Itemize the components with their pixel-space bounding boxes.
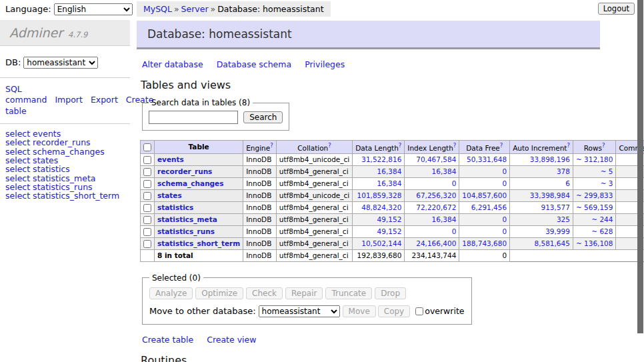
rows-estimate-link[interactable]: ~ 5	[601, 167, 613, 175]
row-checkbox[interactable]	[143, 192, 151, 200]
sidebar-action-export[interactable]: Export	[91, 95, 118, 105]
auto-increment-link[interactable]: 325	[557, 215, 570, 223]
optimize-button[interactable]: Optimize	[195, 287, 243, 299]
auto-increment-link[interactable]: 913,577	[541, 203, 570, 211]
breadcrumb-mysql-link[interactable]: MySQL	[143, 4, 172, 14]
auto-increment-link[interactable]: 378	[557, 167, 570, 175]
row-checkbox[interactable]	[143, 156, 151, 164]
auto-increment-link[interactable]: 39,999	[545, 227, 570, 235]
row-checkbox[interactable]	[143, 216, 151, 224]
data-free-link[interactable]: 50,331,648	[467, 155, 507, 163]
rows-estimate-link[interactable]: ~ 569,159	[576, 203, 613, 211]
rows-estimate-link[interactable]: ~ 244	[591, 215, 613, 223]
data-free-link[interactable]: 0	[502, 227, 507, 235]
sidebar-action-sql-command[interactable]: SQL command	[5, 84, 47, 105]
scrollbar[interactable]	[637, 0, 643, 362]
table-link-recorder-runs[interactable]: recorder_runs	[157, 167, 212, 175]
table-link-events[interactable]: events	[157, 155, 184, 163]
sidebar-select-statistics-short-term[interactable]: select statistics_short_term	[5, 191, 119, 201]
index-length-link[interactable]: 16,384	[432, 215, 457, 223]
move-label: Move to other database:	[149, 306, 256, 316]
rows-estimate-link[interactable]: ~ 3	[601, 179, 613, 187]
rows-estimate-link[interactable]: ~ 136,108	[576, 239, 613, 247]
drop-button[interactable]: Drop	[375, 287, 406, 299]
index-length-link[interactable]: 0	[452, 227, 457, 235]
data-length-link[interactable]: 48,824,320	[361, 203, 401, 211]
move-button[interactable]: Move	[343, 305, 376, 317]
row-checkbox[interactable]	[143, 240, 151, 248]
main-content: MySQL»Server»Database: homeassistant Dat…	[137, 0, 603, 362]
column-help-link[interactable]: ?	[567, 142, 570, 149]
row-checkbox[interactable]	[143, 228, 151, 236]
index-length-link[interactable]: 67,256,320	[416, 191, 456, 199]
search-button[interactable]: Search	[243, 111, 283, 123]
data-length-link[interactable]: 31,522,816	[361, 155, 401, 163]
data-length-link[interactable]: 49,152	[377, 215, 402, 223]
db-action-alter-database[interactable]: Alter database	[142, 59, 203, 69]
index-length-link[interactable]: 24,166,400	[416, 239, 456, 247]
tables-footer-row: 8 in totalInnoDButf8mb4_general_ci192,83…	[141, 249, 644, 261]
check-button[interactable]: Check	[246, 287, 283, 299]
auto-increment-link[interactable]: 6	[565, 179, 570, 187]
index-length-link[interactable]: 16,384	[432, 167, 457, 175]
data-length-link[interactable]: 49,152	[377, 227, 402, 235]
data-length-link[interactable]: 10,502,144	[361, 239, 401, 247]
table-link-statistics-runs[interactable]: statistics_runs	[157, 227, 215, 235]
data-free-link[interactable]: 104,857,600	[462, 191, 507, 199]
rows-estimate-link[interactable]: ~ 312,180	[576, 155, 613, 163]
table-row: statistics_runsInnoDButf8mb4_general_ci4…	[141, 225, 644, 237]
collation-cell: utf8mb4_general_ci	[276, 177, 352, 189]
data-length-link[interactable]: 16,384	[377, 167, 402, 175]
auto-increment-link[interactable]: 33,398,984	[530, 191, 570, 199]
table-name-cell: statistics_runs	[155, 225, 243, 237]
table-link-statistics-short-term[interactable]: statistics_short_term	[157, 239, 240, 247]
move-db-select[interactable]: homeassistant	[259, 305, 340, 317]
select-all-checkbox[interactable]	[143, 143, 151, 151]
search-input[interactable]	[149, 111, 238, 124]
column-help-link[interactable]: ?	[453, 142, 457, 149]
col-header-table: Table	[155, 141, 243, 154]
table-link-states[interactable]: states	[157, 191, 182, 199]
auto-increment-link[interactable]: 33,898,196	[530, 155, 570, 163]
rows-estimate-link[interactable]: ~ 628	[591, 227, 613, 235]
data-free-link[interactable]: 0	[502, 167, 507, 175]
data-free-link[interactable]: 188,743,680	[462, 239, 507, 247]
table-link-statistics[interactable]: statistics	[157, 203, 193, 211]
data-length-link[interactable]: 16,384	[377, 179, 402, 187]
table-row: statisticsInnoDButf8mb4_general_ci48,824…	[141, 201, 644, 213]
row-checkbox[interactable]	[143, 180, 151, 188]
row-checkbox[interactable]	[143, 204, 151, 212]
column-help-link[interactable]: ?	[500, 142, 503, 149]
db-action-privileges[interactable]: Privileges	[305, 59, 345, 69]
breadcrumb-server-link[interactable]: Server	[181, 4, 209, 14]
table-link-schema-changes[interactable]: schema_changes	[157, 179, 224, 187]
column-help-link[interactable]: ?	[399, 142, 402, 149]
collation-cell: utf8mb4_general_ci	[276, 237, 352, 249]
data-free-link[interactable]: 0	[502, 215, 507, 223]
repair-button[interactable]: Repair	[285, 287, 323, 299]
db-select[interactable]: homeassistant	[23, 57, 98, 69]
auto-increment-link[interactable]: 8,581,645	[534, 239, 569, 247]
table-link-statistics-meta[interactable]: statistics_meta	[157, 215, 217, 223]
column-help-link[interactable]: ?	[328, 142, 331, 149]
index-length-link[interactable]: 0	[452, 179, 457, 187]
index-length-link[interactable]: 70,467,584	[416, 155, 456, 163]
db-action-database-schema[interactable]: Database schema	[217, 59, 291, 69]
copy-button[interactable]: Copy	[378, 305, 410, 317]
column-help-link[interactable]: ?	[270, 142, 273, 149]
auto-increment-cell: 39,999	[510, 225, 573, 237]
sidebar-action-import[interactable]: Import	[55, 95, 83, 105]
rows-estimate-link[interactable]: ~ 299,833	[576, 191, 613, 199]
index-length-link[interactable]: 72,220,672	[416, 203, 456, 211]
data-length-link[interactable]: 101,859,328	[357, 191, 402, 199]
scrollbar-thumb[interactable]	[637, 0, 643, 333]
truncate-button[interactable]: Truncate	[325, 287, 372, 299]
overwrite-checkbox[interactable]	[415, 307, 423, 315]
column-help-link[interactable]: ?	[602, 142, 605, 149]
row-checkbox[interactable]	[143, 168, 151, 176]
data-free-link[interactable]: 6,291,456	[471, 203, 507, 211]
create-create-view[interactable]: Create view	[207, 335, 256, 345]
analyze-button[interactable]: Analyze	[149, 287, 193, 299]
data-free-link[interactable]: 0	[502, 179, 507, 187]
create-create-table[interactable]: Create table	[142, 335, 193, 345]
